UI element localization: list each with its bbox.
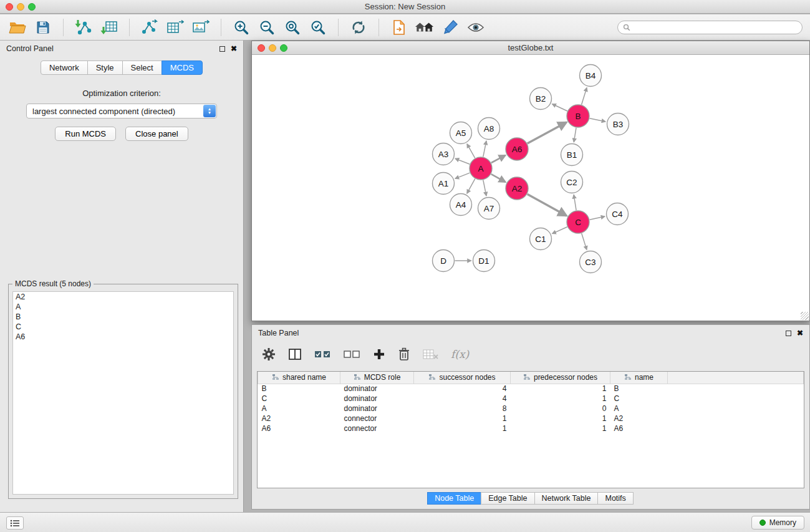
network-edge-A-A7[interactable] <box>483 180 486 196</box>
table-cell[interactable]: dominator <box>340 384 414 394</box>
network-edge-C-C4[interactable] <box>590 216 605 220</box>
refresh-icon[interactable] <box>349 17 369 37</box>
network-node-C4[interactable]: C4 <box>607 203 629 225</box>
close-button[interactable] <box>6 3 13 11</box>
table-cell[interactable]: 1 <box>414 423 511 433</box>
close-panel-icon[interactable]: ✖ <box>231 46 237 52</box>
zoom-in-icon[interactable] <box>231 17 251 37</box>
table-row[interactable]: A2connector11A2 <box>258 414 804 423</box>
export-network-icon[interactable] <box>140 17 160 37</box>
open-session-icon[interactable] <box>7 17 27 37</box>
network-node-A8[interactable]: A8 <box>478 118 500 140</box>
network-edge-A2-C[interactable] <box>528 194 567 216</box>
table-cell[interactable]: A <box>258 404 340 414</box>
mcds-result-item[interactable]: A6 <box>13 332 233 342</box>
network-node-A[interactable]: A <box>470 157 492 180</box>
network-node-B3[interactable]: B3 <box>607 114 629 135</box>
tab-select[interactable]: Select <box>122 60 162 75</box>
table-row[interactable]: Adominator80A <box>258 404 804 414</box>
show-columns-icon[interactable] <box>288 348 302 360</box>
network-window-titlebar[interactable]: testGlobe.txt <box>252 41 809 55</box>
mcds-result-list[interactable]: A2ABCA6 <box>12 291 234 495</box>
window-resize-grip[interactable] <box>801 312 809 320</box>
table-cell[interactable]: 8 <box>414 404 511 414</box>
network-node-B[interactable]: B <box>567 105 589 127</box>
network-node-B1[interactable]: B1 <box>561 144 583 166</box>
table-row[interactable]: A6connector11A6 <box>258 423 804 433</box>
table-cell[interactable]: A6 <box>258 423 340 433</box>
network-edge-A-A8[interactable] <box>483 141 486 157</box>
network-node-A1[interactable]: A1 <box>433 173 455 195</box>
mcds-result-item[interactable]: B <box>13 312 233 322</box>
network-zoom-button[interactable] <box>280 44 287 52</box>
table-cell[interactable]: dominator <box>340 394 414 404</box>
minimize-button[interactable] <box>17 3 24 11</box>
network-edge-A-A2[interactable] <box>491 174 506 182</box>
network-edge-B-B3[interactable] <box>590 118 605 122</box>
export-table-icon[interactable] <box>165 17 185 37</box>
add-column-icon[interactable] <box>373 348 385 360</box>
deselect-all-icon[interactable] <box>344 349 360 359</box>
network-node-C2[interactable]: C2 <box>561 172 583 193</box>
tab-motifs[interactable]: Motifs <box>597 492 633 505</box>
network-node-A6[interactable]: A6 <box>506 138 528 160</box>
column-header-mcds-role[interactable]: MCDS role <box>340 372 414 384</box>
network-edge-A-A3[interactable] <box>455 158 470 164</box>
run-mcds-button[interactable]: Run MCDS <box>55 127 116 141</box>
table-cell[interactable]: C <box>610 394 668 404</box>
style-brush-icon[interactable] <box>440 17 460 37</box>
network-node-A5[interactable]: A5 <box>450 122 472 144</box>
mcds-result-item[interactable]: A2 <box>13 292 233 302</box>
search-input[interactable] <box>634 22 802 33</box>
memory-button[interactable]: Memory <box>751 516 804 530</box>
table-cell[interactable]: 1 <box>414 414 511 423</box>
table-cell[interactable]: 1 <box>511 414 610 423</box>
column-header-name[interactable]: name <box>610 372 668 384</box>
network-graph[interactable]: B4B2BB3A5A8A6B1A3AA1C2A2A4A7C4CC1C3DD1 <box>252 56 809 321</box>
network-node-D1[interactable]: D1 <box>473 250 495 272</box>
tab-network-table[interactable]: Network Table <box>534 492 599 505</box>
network-edge-C-C2[interactable] <box>574 195 576 210</box>
float-panel-icon[interactable] <box>219 46 225 52</box>
table-cell[interactable]: B <box>610 384 668 394</box>
table-cell[interactable]: connector <box>340 414 414 423</box>
tab-node-table[interactable]: Node Table <box>427 492 481 505</box>
delete-column-trash-icon[interactable] <box>398 347 410 361</box>
network-node-C[interactable]: C <box>567 211 589 233</box>
table-cell[interactable]: 1 <box>511 394 610 404</box>
copy-view-icon[interactable] <box>389 17 409 37</box>
table-row[interactable]: Cdominator41C <box>258 394 804 404</box>
table-cell[interactable]: 4 <box>414 384 511 394</box>
zoom-out-icon[interactable] <box>257 17 277 37</box>
table-cell[interactable]: B <box>258 384 340 394</box>
command-panel-button[interactable] <box>6 516 24 530</box>
network-close-button[interactable] <box>258 44 265 52</box>
network-node-A7[interactable]: A7 <box>478 198 500 220</box>
mcds-result-item[interactable]: A <box>13 302 233 312</box>
tab-network[interactable]: Network <box>41 60 88 75</box>
table-cell[interactable]: dominator <box>340 404 414 414</box>
export-image-icon[interactable] <box>191 17 211 37</box>
table-cell[interactable]: C <box>258 394 340 404</box>
mcds-result-item[interactable]: C <box>13 322 233 332</box>
table-cell[interactable]: A2 <box>258 414 340 423</box>
network-edge-A-A1[interactable] <box>455 173 470 178</box>
select-all-icon[interactable] <box>314 349 331 359</box>
table-cell[interactable]: 0 <box>511 404 610 414</box>
network-edge-A-A5[interactable] <box>467 144 475 158</box>
close-panel-button[interactable]: Close panel <box>125 127 188 141</box>
zoom-window-button[interactable] <box>28 3 36 11</box>
table-cell[interactable]: A <box>610 404 668 414</box>
network-node-C1[interactable]: C1 <box>530 228 552 250</box>
network-edge-B-B1[interactable] <box>574 128 576 142</box>
float-panel-icon[interactable] <box>786 331 791 336</box>
table-row[interactable]: Bdominator41B <box>258 384 804 394</box>
tab-style[interactable]: Style <box>87 60 123 75</box>
network-node-B2[interactable]: B2 <box>530 88 552 110</box>
table-cell[interactable]: A6 <box>610 423 668 433</box>
toolbar-search[interactable] <box>617 21 803 34</box>
network-node-A3[interactable]: A3 <box>433 143 455 165</box>
network-edge-B-B4[interactable] <box>582 88 587 105</box>
network-node-B4[interactable]: B4 <box>580 65 602 87</box>
first-neighbors-icon[interactable] <box>415 17 435 37</box>
